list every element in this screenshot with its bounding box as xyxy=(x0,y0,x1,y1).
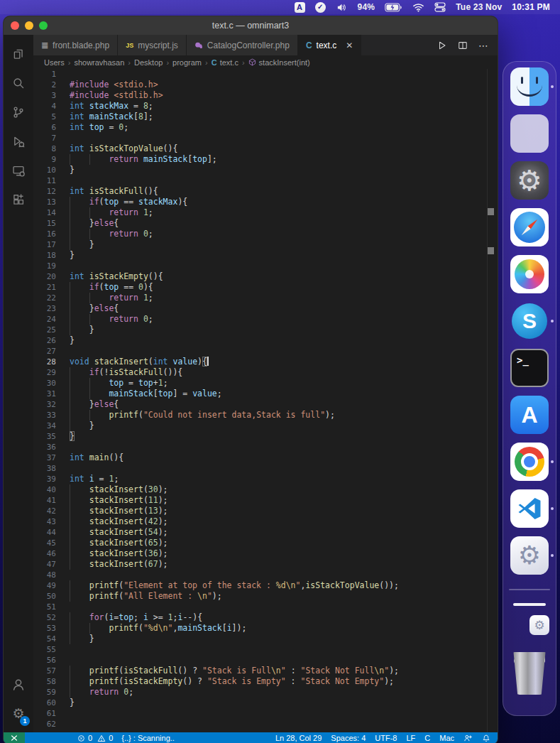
code-line-20[interactable]: 20int isStackEmpty(){ xyxy=(33,271,498,282)
code-line-32[interactable]: 32 }else{ xyxy=(33,399,498,410)
problems-status[interactable]: 0 0 xyxy=(77,734,113,742)
dock-item-launchpad[interactable] xyxy=(510,114,549,153)
dock-item-minimized-window-gear[interactable]: ⚙ xyxy=(529,615,549,635)
code-line-37[interactable]: 37int main(){ xyxy=(33,452,498,463)
remote-indicator[interactable] xyxy=(4,732,25,743)
code-line-33[interactable]: 33 printf("Could not insert data,Stack i… xyxy=(33,410,498,421)
encoding-status[interactable]: UTF-8 xyxy=(375,734,397,742)
code-line-11[interactable]: 11 xyxy=(33,175,498,186)
code-line-42[interactable]: 42 stackInsert(13); xyxy=(33,506,498,516)
feedback-icon[interactable] xyxy=(463,734,473,743)
tab-text.c[interactable]: Ctext.c✕ xyxy=(298,35,361,55)
code-line-16[interactable]: 16 return 0; xyxy=(33,229,498,239)
code-line-62[interactable]: 62 xyxy=(33,719,498,730)
tab-front.blade.php[interactable]: ≣front.blade.php xyxy=(33,35,118,55)
code-line-53[interactable]: 53 printf("%d\n",mainStack[i]); xyxy=(33,623,498,634)
battery-charging-icon[interactable] xyxy=(385,3,402,12)
code-line-5[interactable]: 5int mainStack[8]; xyxy=(33,112,498,122)
code-line-14[interactable]: 14 return 1; xyxy=(33,207,498,218)
code-line-4[interactable]: 4int stackMax = 8; xyxy=(33,101,498,112)
code-line-49[interactable]: 49 printf("Element at top of the stack :… xyxy=(33,580,498,591)
code-line-10[interactable]: 10} xyxy=(33,165,498,175)
run-button[interactable] xyxy=(437,40,447,50)
extensions-icon[interactable] xyxy=(4,185,33,214)
code-line-36[interactable]: 36 xyxy=(33,442,498,452)
code-line-28[interactable]: 28void stackInsert(int value){ xyxy=(33,357,498,367)
code-line-47[interactable]: 47 stackInsert(67); xyxy=(33,559,498,570)
code-line-13[interactable]: 13 if(top == stackMax){ xyxy=(33,197,498,207)
code-line-1[interactable]: 1 xyxy=(33,69,498,80)
code-line-12[interactable]: 12int isStackFull(){ xyxy=(33,186,498,197)
zoom-window-button[interactable] xyxy=(39,21,48,30)
code-line-48[interactable]: 48 xyxy=(33,570,498,580)
code-line-57[interactable]: 57 printf(isStackFull() ? "Stack is Full… xyxy=(33,666,498,676)
indentation-status[interactable]: Spaces: 4 xyxy=(331,734,366,742)
run-and-debug-icon[interactable] xyxy=(4,126,33,156)
notifications-bell-icon[interactable] xyxy=(482,734,490,743)
breadcrumb-item-Users[interactable]: Users xyxy=(44,58,65,67)
code-line-44[interactable]: 44 stackInsert(54); xyxy=(33,527,498,538)
close-tab-icon[interactable]: ✕ xyxy=(346,40,353,50)
code-line-35[interactable]: 35} xyxy=(33,431,498,442)
code-line-24[interactable]: 24 return 0; xyxy=(33,314,498,325)
menu-bar-clock[interactable]: 10:31 PM xyxy=(512,3,550,11)
code-line-45[interactable]: 45 stackInsert(65); xyxy=(33,538,498,548)
close-window-button[interactable] xyxy=(11,21,19,30)
code-editor[interactable]: 12#include <stdio.h>3#include <stdlib.h>… xyxy=(33,69,498,732)
code-line-7[interactable]: 7 xyxy=(33,133,498,143)
settings-icon[interactable]: ⚙1 xyxy=(4,699,33,728)
breadcrumb-item-program[interactable]: program xyxy=(172,58,202,67)
code-line-59[interactable]: 59 return 0; xyxy=(33,687,498,698)
code-line-43[interactable]: 43 stackInsert(42); xyxy=(33,516,498,527)
code-line-40[interactable]: 40 stackInsert(30); xyxy=(33,484,498,495)
eol-status[interactable]: LF xyxy=(406,734,415,742)
search-icon[interactable] xyxy=(4,68,33,97)
cursor-position-status[interactable]: Ln 28, Col 29 xyxy=(275,734,322,742)
code-line-25[interactable]: 25 } xyxy=(33,325,498,335)
code-line-22[interactable]: 22 return 1; xyxy=(33,293,498,303)
tab-CatalogController.php[interactable]: CatalogController.php xyxy=(187,35,298,55)
code-line-51[interactable]: 51 xyxy=(33,602,498,612)
code-line-55[interactable]: 55 xyxy=(33,644,498,655)
dock-item-minimized-window-bar[interactable] xyxy=(513,603,546,606)
dock-item-trash[interactable] xyxy=(510,645,549,703)
code-line-6[interactable]: 6int top = 0; xyxy=(33,122,498,133)
split-editor-button[interactable] xyxy=(458,40,468,50)
code-line-26[interactable]: 26} xyxy=(33,335,498,346)
code-line-18[interactable]: 18} xyxy=(33,250,498,261)
code-line-15[interactable]: 15 }else{ xyxy=(33,218,498,229)
volume-icon[interactable] xyxy=(336,2,348,13)
breadcrumb-item-text.c[interactable]: Ctext.c xyxy=(212,58,238,67)
code-line-50[interactable]: 50 printf("All Element : \n"); xyxy=(33,591,498,602)
menu-bar-date[interactable]: Tue 23 Nov xyxy=(456,3,502,11)
code-line-41[interactable]: 41 stackInsert(11); xyxy=(33,495,498,506)
dock-item-safari[interactable] xyxy=(510,208,549,246)
more-actions-button[interactable]: ⋯ xyxy=(478,40,488,51)
dock-item-skype[interactable]: S xyxy=(512,303,547,339)
code-line-8[interactable]: 8int isStackTopValue(){ xyxy=(33,143,498,154)
scanner-status[interactable]: {..} : Scanning.. xyxy=(121,734,175,742)
code-line-56[interactable]: 56 xyxy=(33,655,498,666)
language-mode-status[interactable]: C xyxy=(424,734,430,742)
dock-item-terminal[interactable]: >_ xyxy=(510,349,549,387)
dock-item-app-store[interactable]: A xyxy=(510,396,549,434)
dock-item-photos[interactable] xyxy=(510,255,549,293)
code-line-60[interactable]: 60} xyxy=(33,698,498,708)
focus-check-icon[interactable]: ✓ xyxy=(315,2,326,13)
wifi-icon[interactable] xyxy=(412,3,424,12)
code-line-30[interactable]: 30 top = top+1; xyxy=(33,378,498,389)
code-line-52[interactable]: 52 for(i=top; i >= 1;i--){ xyxy=(33,612,498,623)
breadcrumb-item-showravhasan[interactable]: showravhasan xyxy=(74,58,124,67)
code-line-19[interactable]: 19 xyxy=(33,261,498,271)
code-line-54[interactable]: 54 } xyxy=(33,634,498,644)
breadcrumb-item-stackInsert(int)[interactable]: stackInsert(int) xyxy=(248,58,310,67)
scrollbar-track[interactable] xyxy=(487,69,488,732)
title-bar[interactable]: text.c — omnimart3 xyxy=(4,16,498,35)
dock-item-vscode[interactable] xyxy=(510,489,549,528)
code-line-61[interactable]: 61 xyxy=(33,708,498,719)
code-line-9[interactable]: 9 return mainStack[top]; xyxy=(33,154,498,165)
minimize-window-button[interactable] xyxy=(25,21,33,30)
dock-item-chrome[interactable] xyxy=(510,443,549,481)
code-line-23[interactable]: 23 }else{ xyxy=(33,303,498,314)
input-source-icon[interactable]: A xyxy=(295,2,305,13)
